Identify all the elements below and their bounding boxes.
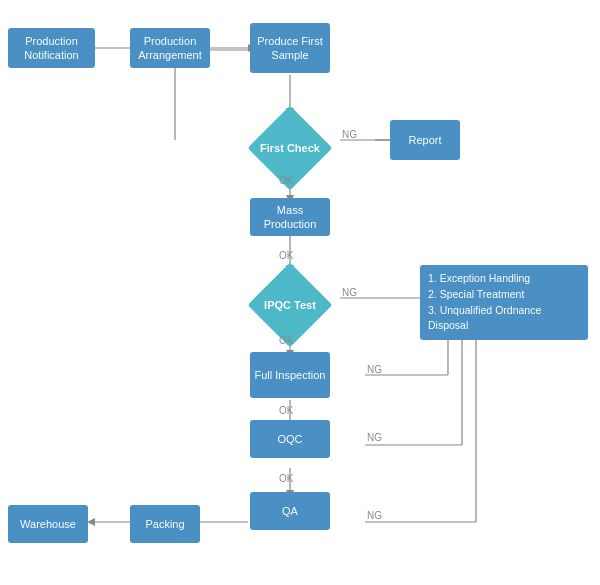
ok-label-mass-prod: OK [279,250,293,261]
ipqc-test-diamond: IPQC Test [250,265,330,345]
qa-label: QA [282,504,298,518]
oqc-label: OQC [277,432,302,446]
ng-label-oqc: NG [367,432,382,443]
production-notification-box: Production Notification [8,28,95,68]
ng-label-ipqc: NG [342,287,357,298]
report-label: Report [408,133,441,147]
ok-label-first-check: OK [279,175,293,186]
first-check-label: First Check [260,142,320,154]
ng-label-first-check: NG [342,129,357,140]
warehouse-label: Warehouse [20,517,76,531]
packing-label: Packing [145,517,184,531]
ok-label-ipqc: OK [279,335,293,346]
exception-handling-box: 1. Exception Handling 2. Special Treatme… [420,265,588,340]
qa-box: QA [250,492,330,530]
exception-handling-label: 1. Exception Handling 2. Special Treatme… [428,271,580,334]
oqc-box: OQC [250,420,330,458]
ng-label-full-inspection: NG [367,364,382,375]
produce-first-sample-box: Produce First Sample [250,23,330,73]
warehouse-box: Warehouse [8,505,88,543]
ok-label-oqc: OK [279,473,293,484]
ipqc-test-label: IPQC Test [264,299,316,311]
ok-label-full-inspection: OK [279,405,293,416]
ng-label-qa: NG [367,510,382,521]
full-inspection-label: Full Inspection [255,368,326,382]
production-notification-label: Production Notification [8,34,95,63]
mass-production-label: Mass Production [250,203,330,232]
full-inspection-box: Full Inspection [250,352,330,398]
production-arrangement-box: Production Arrangement [130,28,210,68]
production-arrangement-label: Production Arrangement [130,34,210,63]
mass-production-box: Mass Production [250,198,330,236]
packing-box: Packing [130,505,200,543]
report-box: Report [390,120,460,160]
produce-first-sample-label: Produce First Sample [250,34,330,63]
svg-marker-32 [87,518,95,526]
